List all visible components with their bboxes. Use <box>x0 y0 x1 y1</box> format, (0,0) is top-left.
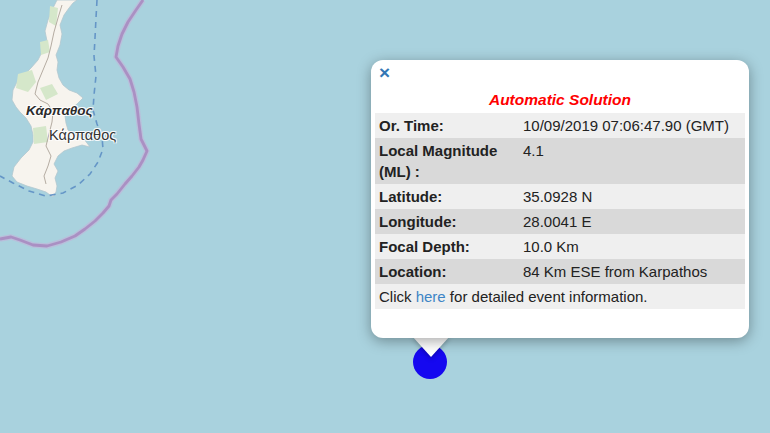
row-label: Or. Time: <box>375 115 523 136</box>
island-shape <box>12 0 90 197</box>
table-row-focal-depth: Focal Depth: 10.0 Km <box>375 234 745 259</box>
popup-tail-pointer <box>412 336 450 357</box>
boundary-line <box>0 0 147 246</box>
row-label: Latitude: <box>375 186 523 207</box>
footer-text-prefix: Click <box>379 288 416 305</box>
row-value: 28.0041 E <box>523 211 745 232</box>
close-icon[interactable]: × <box>379 62 390 84</box>
row-value: 84 Km ESE from Karpathos <box>523 261 745 282</box>
row-value: 35.0928 N <box>523 186 745 207</box>
popup-title: Automatic Solution <box>371 91 749 109</box>
row-value: 4.1 <box>523 140 745 182</box>
row-label: Longitude: <box>375 211 523 232</box>
table-row-origin-time: Or. Time: 10/09/2019 07:06:47.90 (GMT) <box>375 113 745 138</box>
table-row-latitude: Latitude: 35.0928 N <box>375 184 745 209</box>
boundary-line-halo <box>0 0 147 246</box>
row-value: 10.0 Km <box>523 236 745 257</box>
event-details-footer: Click here for detailed event informatio… <box>375 284 745 309</box>
island-name-label: Κάρπαθος <box>26 103 93 118</box>
event-info-popup: × Automatic Solution Or. Time: 10/09/201… <box>371 60 749 338</box>
row-label: Local Magnitude (ML) : <box>375 140 523 182</box>
table-row-location: Location: 84 Km ESE from Karpathos <box>375 259 745 284</box>
table-row-longitude: Longitude: 28.0041 E <box>375 209 745 234</box>
detailed-info-link[interactable]: here <box>416 288 446 305</box>
row-label: Location: <box>375 261 523 282</box>
row-value: 10/09/2019 07:06:47.90 (GMT) <box>523 115 745 136</box>
town-name-label: Κάρπαθος <box>49 127 116 143</box>
row-label: Focal Depth: <box>375 236 523 257</box>
table-row-magnitude: Local Magnitude (ML) : 4.1 <box>375 138 745 184</box>
footer-text-suffix: for detailed event information. <box>446 288 648 305</box>
event-details-table: Or. Time: 10/09/2019 07:06:47.90 (GMT) L… <box>375 113 745 284</box>
